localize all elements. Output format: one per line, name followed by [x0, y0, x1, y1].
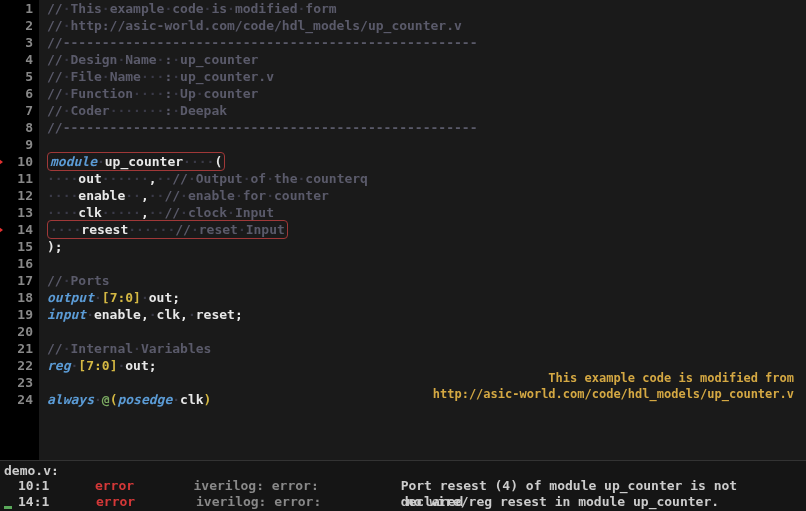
- line-number: 19: [0, 306, 33, 323]
- line-number: 7: [0, 102, 33, 119]
- error-location: 10:1: [4, 478, 95, 494]
- code-line[interactable]: //·Ports: [47, 272, 806, 289]
- code-line[interactable]: //·Coder·······:·Deepak: [47, 102, 806, 119]
- line-number: 21: [0, 340, 33, 357]
- code-line[interactable]: input·enable,·clk,·reset;: [47, 306, 806, 323]
- line-number: 1: [0, 0, 33, 17]
- line-number: 4: [0, 51, 33, 68]
- code-area[interactable]: //·This·example·code·is·modified·form//·…: [39, 0, 806, 460]
- code-line[interactable]: output·[7:0]·out;: [47, 289, 806, 306]
- quickfix-panel[interactable]: demo.v: 10:1erroriverilog: error:Port re…: [0, 460, 806, 511]
- line-number: 24: [0, 391, 33, 408]
- code-line[interactable]: [47, 255, 806, 272]
- line-number: 14: [0, 221, 33, 238]
- quickfix-entry[interactable]: 10:1erroriverilog: error:Port resest (4)…: [4, 478, 802, 494]
- error-message: no wire/reg resest in module up_counter.: [406, 494, 719, 510]
- line-number: 2: [0, 17, 33, 34]
- code-line[interactable]: ····resest······//·reset·Input: [47, 221, 806, 238]
- code-line[interactable]: [47, 136, 806, 153]
- code-line[interactable]: module·up_counter····(: [47, 153, 806, 170]
- line-number: 18: [0, 289, 33, 306]
- code-line[interactable]: //·Function····:·Up·counter: [47, 85, 806, 102]
- error-source: iverilog: error:: [194, 478, 401, 494]
- line-number: 20: [0, 323, 33, 340]
- credit-line-1: This example code is modified from: [433, 370, 794, 386]
- line-number: 23: [0, 374, 33, 391]
- code-line[interactable]: ····out······,··//·Output·of·the·counter…: [47, 170, 806, 187]
- code-line[interactable]: //·Design·Name·:·up_counter: [47, 51, 806, 68]
- error-message: Port resest (4) of module up_counter is …: [401, 478, 802, 494]
- line-number: 5: [0, 68, 33, 85]
- quickfix-filename: demo.v:: [4, 463, 802, 478]
- code-line[interactable]: //·http://asic-world.com/code/hdl_models…: [47, 17, 806, 34]
- error-location: 14:1: [4, 494, 96, 510]
- error-type: error: [95, 478, 194, 494]
- line-number: 16: [0, 255, 33, 272]
- credit-line-2: http://asic-world.com/code/hdl_models/up…: [433, 386, 794, 402]
- error-source: iverilog: error:: [196, 494, 406, 510]
- line-number: 10: [0, 153, 33, 170]
- code-line[interactable]: //·File·Name···:·up_counter.v: [47, 68, 806, 85]
- code-line[interactable]: ····clk·····,··//·clock·Input: [47, 204, 806, 221]
- source-credit: This example code is modified from http:…: [433, 370, 794, 402]
- code-line[interactable]: [47, 323, 806, 340]
- code-line[interactable]: //--------------------------------------…: [47, 34, 806, 51]
- line-number: 6: [0, 85, 33, 102]
- quickfix-entry[interactable]: 14:1erroriverilog: error:no wire/reg res…: [4, 494, 802, 510]
- line-number: 11: [0, 170, 33, 187]
- code-line[interactable]: ····enable··,··//·enable·for·counter: [47, 187, 806, 204]
- terminal-cursor: [4, 506, 12, 509]
- line-number: 22: [0, 357, 33, 374]
- line-number: 3: [0, 34, 33, 51]
- code-line[interactable]: );: [47, 238, 806, 255]
- code-editor[interactable]: 123456789101112131415161718192021222324 …: [0, 0, 806, 460]
- code-line[interactable]: //·This·example·code·is·modified·form: [47, 0, 806, 17]
- line-number: 12: [0, 187, 33, 204]
- code-line[interactable]: //--------------------------------------…: [47, 119, 806, 136]
- line-number: 17: [0, 272, 33, 289]
- line-number: 13: [0, 204, 33, 221]
- code-line[interactable]: //·Internal·Variables: [47, 340, 806, 357]
- line-number: 15: [0, 238, 33, 255]
- line-number: 9: [0, 136, 33, 153]
- error-type: error: [96, 494, 196, 510]
- line-number-gutter: 123456789101112131415161718192021222324: [0, 0, 39, 460]
- line-number: 8: [0, 119, 33, 136]
